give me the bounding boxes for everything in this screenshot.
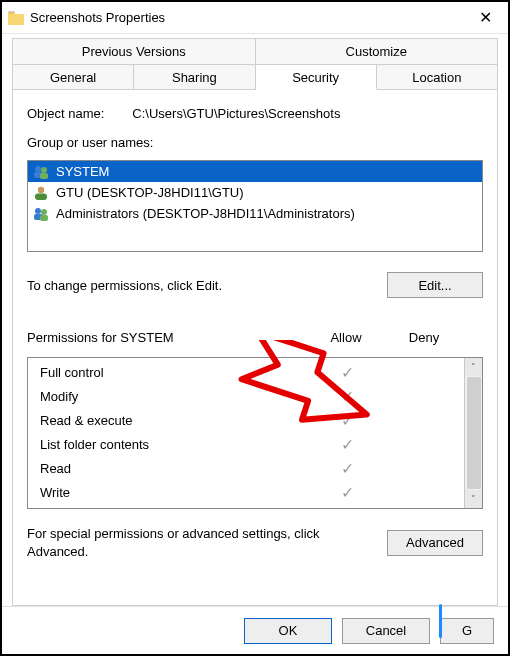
close-button[interactable]: ✕ <box>462 2 508 34</box>
principals-list[interactable]: SYSTEMGTU (DESKTOP-J8HDI11\GTU)Administr… <box>27 160 483 252</box>
tab-location[interactable]: Location <box>377 64 498 90</box>
advanced-row: For special permissions or advanced sett… <box>27 525 483 560</box>
permission-row: Full control✓ <box>28 360 464 384</box>
svg-point-7 <box>41 209 47 215</box>
deny-col-header: Deny <box>385 330 463 345</box>
permission-row: Modify✓ <box>28 384 464 408</box>
security-panel: Object name: C:\Users\GTU\Pictures\Scree… <box>12 90 498 606</box>
permission-name: Modify <box>28 389 308 404</box>
list-item[interactable]: Administrators (DESKTOP-J8HDI11\Administ… <box>28 203 482 224</box>
allow-check-icon: ✓ <box>308 363 386 382</box>
principal-name: SYSTEM <box>56 164 109 179</box>
scroll-thumb[interactable] <box>467 377 481 489</box>
principal-name: GTU (DESKTOP-J8HDI11\GTU) <box>56 185 244 200</box>
allow-check-icon: ✓ <box>308 411 386 430</box>
scroll-down-button[interactable]: ˅ <box>465 490 482 508</box>
svg-point-1 <box>41 167 47 173</box>
allow-check-icon: ✓ <box>308 459 386 478</box>
principal-name: Administrators (DESKTOP-J8HDI11\Administ… <box>56 206 355 221</box>
permission-row: Write✓ <box>28 480 464 504</box>
permissions-list: Full control✓Modify✓Read & execute✓List … <box>27 357 483 509</box>
permission-name: Full control <box>28 365 308 380</box>
tabs-row-1: Previous Versions Customize <box>12 38 498 64</box>
advanced-button[interactable]: Advanced <box>387 530 483 556</box>
list-item[interactable]: GTU (DESKTOP-J8HDI11\GTU) <box>28 182 482 203</box>
tab-general[interactable]: General <box>12 64 134 90</box>
edit-button[interactable]: Edit... <box>387 272 483 298</box>
edit-hint: To change permissions, click Edit. <box>27 278 222 293</box>
folder-icon <box>8 11 24 25</box>
user-icon <box>32 184 50 202</box>
apply-button-truncated[interactable]: G <box>440 618 494 644</box>
title-left: Screenshots Properties <box>8 10 165 25</box>
allow-col-header: Allow <box>307 330 385 345</box>
permissions-header-label: Permissions for SYSTEM <box>27 330 307 345</box>
permission-row: Read✓ <box>28 456 464 480</box>
permissions-header: Permissions for SYSTEM Allow Deny <box>27 330 483 345</box>
group-label: Group or user names: <box>27 135 483 150</box>
permissions-scrollbar[interactable]: ˄ ˅ <box>464 358 482 508</box>
ok-button[interactable]: OK <box>244 618 332 644</box>
list-item[interactable]: SYSTEM <box>28 161 482 182</box>
group-icon <box>32 205 50 223</box>
text-caret-indicator <box>439 604 442 638</box>
tab-sharing[interactable]: Sharing <box>134 64 255 90</box>
permission-name: List folder contents <box>28 437 308 452</box>
window-title: Screenshots Properties <box>30 10 165 25</box>
tab-previous-versions[interactable]: Previous Versions <box>12 38 256 64</box>
permission-name: Read & execute <box>28 413 308 428</box>
object-name-value: C:\Users\GTU\Pictures\Screenshots <box>132 106 340 121</box>
object-name-label: Object name: <box>27 106 104 121</box>
tabs-row-2: General Sharing Security Location <box>12 64 498 90</box>
permission-name: Read <box>28 461 308 476</box>
object-name-row: Object name: C:\Users\GTU\Pictures\Scree… <box>27 106 483 121</box>
svg-rect-5 <box>35 193 47 200</box>
permission-row: Read & execute✓ <box>28 408 464 432</box>
advanced-hint: For special permissions or advanced sett… <box>27 525 373 560</box>
tab-customize[interactable]: Customize <box>256 38 499 64</box>
svg-point-0 <box>35 166 41 172</box>
close-icon: ✕ <box>479 10 492 26</box>
permissions-body[interactable]: Full control✓Modify✓Read & execute✓List … <box>28 358 464 508</box>
allow-check-icon: ✓ <box>308 387 386 406</box>
properties-dialog: Screenshots Properties ✕ Previous Versio… <box>0 0 510 656</box>
svg-point-4 <box>38 186 44 192</box>
tabs: Previous Versions Customize General Shar… <box>2 34 508 90</box>
tab-security[interactable]: Security <box>256 64 377 90</box>
svg-rect-3 <box>40 173 48 179</box>
permission-name: Write <box>28 485 308 500</box>
svg-rect-9 <box>40 215 48 221</box>
scroll-up-button[interactable]: ˄ <box>465 358 482 376</box>
titlebar: Screenshots Properties ✕ <box>2 2 508 34</box>
permission-row: List folder contents✓ <box>28 432 464 456</box>
allow-check-icon: ✓ <box>308 435 386 454</box>
dialog-buttons: OK Cancel G <box>2 606 508 654</box>
cancel-button[interactable]: Cancel <box>342 618 430 644</box>
allow-check-icon: ✓ <box>308 483 386 502</box>
group-icon <box>32 163 50 181</box>
svg-point-6 <box>35 208 41 214</box>
edit-row: To change permissions, click Edit. Edit.… <box>27 272 483 298</box>
